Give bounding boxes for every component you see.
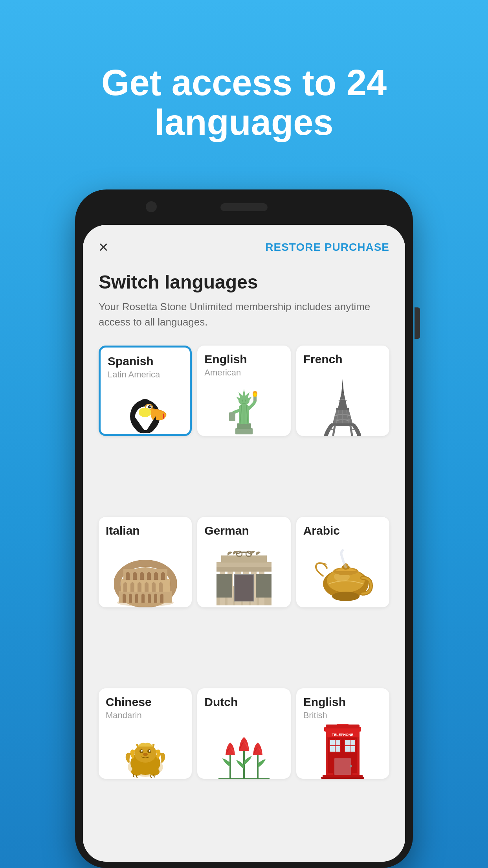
language-card-dutch[interactable]: Dutch xyxy=(197,688,290,779)
svg-rect-97 xyxy=(321,777,364,779)
lang-name-spanish: Spanish xyxy=(101,348,190,370)
svg-marker-19 xyxy=(242,389,246,397)
language-card-arabic[interactable]: Arabic xyxy=(296,517,389,607)
svg-point-75 xyxy=(131,768,142,776)
svg-marker-26 xyxy=(341,379,344,393)
lang-subtitle-german xyxy=(197,539,290,542)
svg-rect-9 xyxy=(237,423,251,429)
section-description: Your Rosetta Stone Unlimited membership … xyxy=(99,299,389,330)
svg-rect-51 xyxy=(216,566,272,572)
language-card-spanish[interactable]: Spanish Latin America xyxy=(99,346,192,436)
svg-rect-28 xyxy=(336,408,349,410)
language-card-french[interactable]: French xyxy=(296,346,389,436)
language-card-english-british[interactable]: English British xyxy=(296,688,389,779)
svg-rect-52 xyxy=(216,562,272,567)
close-button[interactable]: × xyxy=(99,239,108,256)
svg-point-24 xyxy=(242,400,243,402)
lang-name-german: German xyxy=(197,517,290,539)
svg-rect-85 xyxy=(337,724,349,725)
svg-rect-57 xyxy=(235,575,253,601)
lang-image-italian xyxy=(99,542,192,607)
svg-point-5 xyxy=(150,406,151,407)
svg-point-7 xyxy=(139,408,151,417)
svg-rect-53 xyxy=(221,555,267,563)
lang-image-german xyxy=(197,542,290,607)
svg-rect-8 xyxy=(235,428,253,434)
restore-purchase-button[interactable]: RESTORE PURCHASE xyxy=(265,241,389,254)
svg-rect-84 xyxy=(326,725,360,728)
lang-name-english-american: English xyxy=(197,346,290,368)
section-title-text: Switch languages xyxy=(99,271,389,293)
language-card-english-american[interactable]: English American xyxy=(197,346,290,436)
lang-image-dutch xyxy=(197,714,290,779)
svg-rect-41 xyxy=(119,591,172,603)
svg-point-63 xyxy=(332,592,360,601)
lang-name-english-british: English xyxy=(296,688,389,710)
lang-name-chinese: Chinese xyxy=(99,688,192,710)
phone-side-button xyxy=(415,307,420,339)
svg-rect-94 xyxy=(334,758,351,775)
screen-header: × RESTORE PURCHASE xyxy=(83,225,405,263)
phone-screen: × RESTORE PURCHASE Switch languages Your… xyxy=(83,225,405,862)
lang-image-french xyxy=(296,371,389,436)
lang-subtitle-french xyxy=(296,368,389,371)
lang-image-chinese xyxy=(99,724,192,779)
svg-point-95 xyxy=(350,765,352,767)
lang-subtitle-dutch xyxy=(197,710,290,714)
svg-rect-58 xyxy=(216,574,232,598)
lang-name-arabic: Arabic xyxy=(296,517,389,539)
lang-subtitle-english-american: American xyxy=(197,368,290,381)
svg-point-73 xyxy=(149,750,150,752)
language-card-german[interactable]: German xyxy=(197,517,290,607)
lang-image-english-british: TELEPHONE xyxy=(296,724,389,779)
phone-device: × RESTORE PURCHASE Switch languages Your… xyxy=(75,189,413,868)
lang-subtitle-arabic xyxy=(296,539,389,542)
language-grid: Spanish Latin America xyxy=(83,342,405,862)
language-card-italian[interactable]: Italian xyxy=(99,517,192,607)
header-title: Get access to 24 languages xyxy=(67,63,421,142)
svg-point-72 xyxy=(141,750,143,752)
phone-speaker xyxy=(220,203,268,211)
svg-text:TELEPHONE: TELEPHONE xyxy=(332,733,354,737)
lang-subtitle-english-british: British xyxy=(296,710,389,724)
svg-point-16 xyxy=(253,393,257,397)
lang-subtitle-chinese: Mandarin xyxy=(99,710,192,724)
lang-name-italian: Italian xyxy=(99,517,192,539)
svg-rect-17 xyxy=(229,412,235,421)
lang-image-english-american xyxy=(197,381,290,436)
phone-top-bar xyxy=(75,189,413,225)
lang-image-spanish xyxy=(101,383,190,434)
lang-name-dutch: Dutch xyxy=(197,688,290,710)
section-header: Switch languages Your Rosetta Stone Unli… xyxy=(83,263,405,342)
header-section: Get access to 24 languages xyxy=(67,0,421,189)
lang-subtitle-italian xyxy=(99,539,192,542)
phone-camera xyxy=(146,201,157,212)
lang-image-arabic xyxy=(296,542,389,607)
lang-subtitle-spanish: Latin America xyxy=(101,370,190,383)
svg-point-25 xyxy=(245,400,246,402)
svg-point-74 xyxy=(143,753,148,756)
language-card-chinese[interactable]: Chinese Mandarin xyxy=(99,688,192,779)
lang-name-french: French xyxy=(296,346,389,368)
svg-rect-59 xyxy=(256,574,272,598)
svg-rect-43 xyxy=(123,569,167,580)
